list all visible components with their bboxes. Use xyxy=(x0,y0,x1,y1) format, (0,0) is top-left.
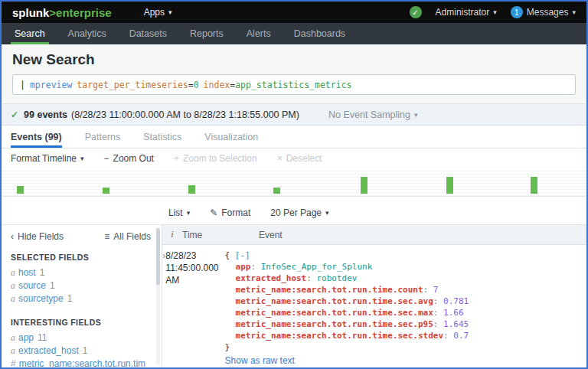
tab-patterns[interactable]: Patterns xyxy=(85,126,121,148)
event-column-header: Event xyxy=(253,230,586,240)
deselect-label: Deselect xyxy=(286,153,322,164)
all-fields-label: All Fields xyxy=(113,231,151,242)
all-fields-button[interactable]: ≡ All Fields xyxy=(104,231,151,242)
json-value[interactable]: robotdev xyxy=(317,273,358,283)
caret-down-icon: ▾ xyxy=(80,155,84,162)
nav-item-dashboards[interactable]: Dashboards xyxy=(283,23,357,44)
field-count: 1 xyxy=(50,280,55,291)
timeline-bar[interactable] xyxy=(531,177,537,194)
caret-down-icon: ▾ xyxy=(493,8,497,16)
field-item-metric_name:search.tot.run.time.count[interactable]: #metric_name:search.tot.run.time.count18 xyxy=(11,358,151,367)
format-timeline-menu[interactable]: Format Timeline ▾ xyxy=(11,153,84,164)
format-timeline-label: Format Timeline xyxy=(11,153,77,164)
search-header: New Search | mpreview target_per_timeser… xyxy=(2,44,586,104)
search-query-input[interactable]: | mpreview target_per_timeseries=0 index… xyxy=(12,74,576,95)
format-menu[interactable]: ✎ Format xyxy=(210,207,250,218)
list-icon: ≡ xyxy=(104,231,109,242)
tab-visualization[interactable]: Visualization xyxy=(204,126,258,148)
event-json-field: metric_name:search.tot.run.time.sec.max:… xyxy=(225,307,586,318)
json-key[interactable]: metric_name:search.tot.run.time.sec.stde… xyxy=(236,331,444,341)
tab-events-99-[interactable]: Events (99) xyxy=(11,126,62,148)
nav-item-analytics[interactable]: Analytics xyxy=(57,23,118,44)
json-colon: : xyxy=(423,285,433,295)
nav-item-search[interactable]: Search xyxy=(3,23,57,44)
field-item-extracted_host[interactable]: aextracted_host1 xyxy=(11,345,151,358)
event-json-field: metric_name:search.tot.run.time.sec.avg:… xyxy=(225,296,586,307)
sidebar-scrollbar[interactable] xyxy=(156,228,160,364)
hide-fields-label: Hide Fields xyxy=(18,231,64,242)
event-time: 11:45:00.000 AM xyxy=(165,262,218,286)
time-column-header[interactable]: Time xyxy=(182,230,253,240)
field-type-prefix: a xyxy=(11,345,15,356)
field-item-sourcetype[interactable]: asourcetype1 xyxy=(11,292,151,305)
timeline-bar[interactable] xyxy=(446,177,453,194)
json-colon: : xyxy=(250,262,260,272)
show-raw-text-link[interactable]: Show as raw text xyxy=(225,355,586,366)
field-link[interactable]: metric_name:search.tot.run.time.count xyxy=(19,358,145,367)
nav-item-datasets[interactable]: Datasets xyxy=(118,23,178,44)
event-sampling-menu[interactable]: No Event Sampling ▾ xyxy=(328,109,418,120)
field-link[interactable]: source xyxy=(18,280,46,291)
event-json-field: metric_name:search.tot.run.time.count: 7 xyxy=(225,284,586,296)
field-count: 11 xyxy=(38,332,47,343)
timeline-bar[interactable] xyxy=(273,188,280,194)
zoom-to-selection-button[interactable]: + Zoom to Selection xyxy=(174,153,257,164)
field-item-source[interactable]: asource1 xyxy=(11,279,151,292)
events-status-bar: ✓ 99 events (8/28/23 11:00:00.000 AM to … xyxy=(2,104,586,126)
field-count: 1 xyxy=(40,267,45,278)
timeline-bar[interactable] xyxy=(188,185,195,194)
chevron-left-icon: ‹ xyxy=(11,231,14,242)
messages-menu-label: Messages xyxy=(527,7,569,18)
event-date: 8/28/23 xyxy=(165,250,218,262)
apps-menu-label: Apps xyxy=(144,7,165,18)
timeline-bar[interactable] xyxy=(361,177,368,194)
nav-item-reports[interactable]: Reports xyxy=(178,23,235,44)
event-count: 99 events xyxy=(24,109,67,120)
json-value[interactable]: InfoSec_App_for_Splunk xyxy=(261,262,373,272)
field-link[interactable]: extracted_host xyxy=(18,345,79,356)
json-colon: : xyxy=(306,273,316,283)
timeline-bar[interactable] xyxy=(103,188,109,194)
list-view-menu[interactable]: List ▾ xyxy=(168,207,190,218)
splunk-logo[interactable]: splunk>enterprise xyxy=(12,6,112,19)
user-menu[interactable]: Administrator ▾ xyxy=(436,7,497,18)
list-view-label: List xyxy=(168,207,183,218)
deselect-button[interactable]: × Deselect xyxy=(277,153,322,164)
timeline-chart[interactable] xyxy=(2,168,586,197)
timeline-bar[interactable] xyxy=(17,186,24,194)
hide-fields-button[interactable]: ‹ Hide Fields xyxy=(11,231,64,242)
collapse-json-button[interactable]: [-] xyxy=(235,250,250,260)
messages-menu[interactable]: 1 Messages ▾ xyxy=(511,6,576,18)
json-value[interactable]: 0.781 xyxy=(443,296,469,306)
splunk-window: splunk>enterprise Apps ▾ ✓ Administrator… xyxy=(0,0,588,369)
tab-statistics[interactable]: Statistics xyxy=(143,126,181,148)
json-key[interactable]: extracted_host xyxy=(236,273,307,283)
json-value[interactable]: 1.66 xyxy=(443,308,464,318)
json-value[interactable]: 0.7 xyxy=(453,331,469,341)
field-item-app[interactable]: aapp11 xyxy=(11,331,151,345)
json-key[interactable]: app xyxy=(236,262,251,272)
field-link[interactable]: host xyxy=(18,267,36,278)
selected-fields-list: ahost1asource1asourcetype1 xyxy=(11,266,151,305)
nav-item-alerts[interactable]: Alerts xyxy=(235,23,283,44)
query-command: mpreview xyxy=(30,80,72,90)
field-count: 1 xyxy=(83,345,88,356)
interesting-fields-list: aapp11aextracted_host1#metric_name:searc… xyxy=(11,331,151,367)
field-type-prefix: a xyxy=(11,280,15,291)
apps-menu[interactable]: Apps ▾ xyxy=(144,7,172,18)
sidebar-scrollbar-thumb[interactable] xyxy=(156,228,160,285)
json-key[interactable]: metric_name:search.tot.run.time.sec.p95 xyxy=(236,319,433,329)
json-value[interactable]: 1.645 xyxy=(443,319,469,329)
event-json-field: app: InfoSec_App_for_Splunk xyxy=(225,261,586,273)
field-link[interactable]: app xyxy=(18,332,34,343)
query-pipe: | xyxy=(20,80,25,90)
field-item-host[interactable]: ahost1 xyxy=(11,266,151,279)
zoom-out-button[interactable]: − Zoom Out xyxy=(104,153,154,164)
per-page-menu[interactable]: 20 Per Page ▾ xyxy=(270,207,328,218)
json-value[interactable]: 7 xyxy=(433,285,439,295)
field-link[interactable]: sourcetype xyxy=(18,293,64,304)
json-key[interactable]: metric_name:search.tot.run.time.sec.avg xyxy=(236,296,433,306)
json-key[interactable]: metric_name:search.tot.run.time.sec.max xyxy=(236,308,433,318)
json-key[interactable]: metric_name:search.tot.run.time.count xyxy=(236,285,423,295)
system-status-badge[interactable]: ✓ xyxy=(410,6,422,18)
